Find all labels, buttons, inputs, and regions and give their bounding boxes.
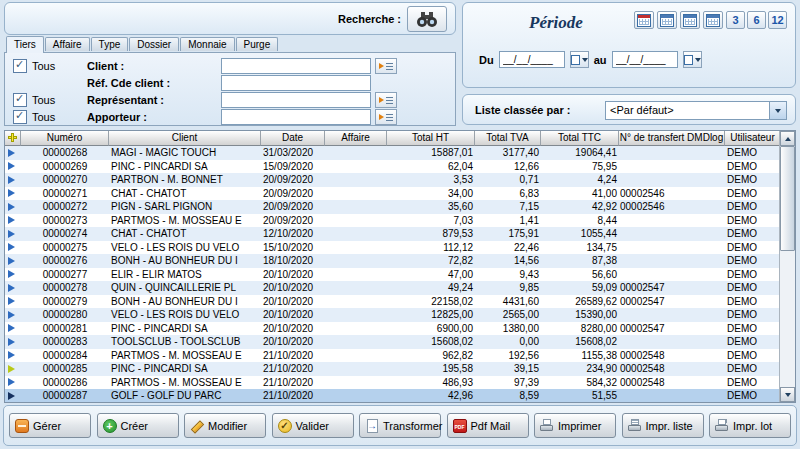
table-body: 00000268 MAGI - MAGIC TOUCH 31/03/2020 1…: [5, 146, 781, 402]
table-row[interactable]: 00000286 PARTMOS - M. MOSSEAU E 21/10/20…: [5, 376, 781, 390]
scroll-down-button[interactable]: [780, 387, 795, 402]
tous-label: Tous: [32, 94, 55, 106]
period-months-6[interactable]: 6: [747, 11, 766, 29]
numero-cell: 00000284: [21, 349, 109, 363]
arrow-blue-icon: [8, 311, 15, 319]
period-calendar-button[interactable]: [657, 11, 677, 29]
client-cell: PINC - PINCARDI SA: [109, 362, 261, 376]
period-calendar-button[interactable]: [680, 11, 700, 29]
sort-combobox[interactable]: <Par défaut>: [605, 101, 787, 120]
table-row[interactable]: 00000280 VELO - LES ROIS DU VELO 20/10/2…: [5, 308, 781, 322]
scroll-up-button[interactable]: [780, 131, 795, 146]
table-row[interactable]: 00000285 PINC - PINCARDI SA 21/10/2020 1…: [5, 362, 781, 376]
total-ht-cell: 12825,00: [387, 308, 475, 322]
table-row[interactable]: 00000277 ELIR - ELIR MATOS 20/10/2020 47…: [5, 268, 781, 282]
table-row[interactable]: 00000276 BONH - AU BONHEUR DU I 18/10/20…: [5, 254, 781, 268]
plus-icon: [8, 133, 17, 142]
tous-checkbox[interactable]: [13, 93, 27, 107]
pick-list-button[interactable]: [375, 92, 397, 108]
filter-input[interactable]: [221, 58, 371, 74]
button-impr-lot[interactable]: Impr. lot: [709, 413, 791, 438]
button-creer[interactable]: Créer: [97, 413, 179, 438]
tab-affaire[interactable]: Affaire: [45, 37, 90, 51]
printer-lot-icon: [715, 419, 729, 433]
button-imprimer[interactable]: Imprimer: [534, 413, 616, 438]
client-cell: QUIN - QUINCAILLERIE PL: [109, 281, 261, 295]
tab-dossier[interactable]: Dossier: [129, 37, 179, 51]
button-gerer[interactable]: Gérer: [9, 413, 91, 438]
button-modifier[interactable]: Modifier: [184, 413, 266, 438]
date-from-calendar-button[interactable]: [570, 51, 589, 68]
period-calendar-button[interactable]: [634, 11, 654, 29]
period-months-3[interactable]: 3: [726, 11, 745, 29]
header-numero[interactable]: Numéro: [21, 131, 109, 146]
numero-cell: 00000277: [21, 268, 109, 282]
button-impr-liste[interactable]: Impr. liste: [622, 413, 704, 438]
transfert-cell: [619, 254, 725, 268]
table-row[interactable]: 00000274 CHAT - CHATOT 12/10/2020 879,53…: [5, 227, 781, 241]
date-to-calendar-button[interactable]: [683, 51, 702, 68]
table-row[interactable]: 00000269 PINC - PINCARDI SA 15/09/2020 6…: [5, 160, 781, 174]
header-date[interactable]: Date: [261, 131, 325, 146]
table-row[interactable]: 00000275 VELO - LES ROIS DU VELO 15/10/2…: [5, 241, 781, 255]
arrow-blue-icon: [8, 203, 15, 211]
header-transfert[interactable]: N° de transfert DMDlog: [619, 131, 725, 146]
header-total-tva[interactable]: Total TVA: [475, 131, 541, 146]
pencil-icon: [190, 419, 204, 433]
tab-type[interactable]: Type: [91, 37, 129, 51]
binoculars-icon: [415, 11, 439, 28]
header-total-ht[interactable]: Total HT: [387, 131, 475, 146]
header-client[interactable]: Client: [109, 131, 261, 146]
tab-purge[interactable]: Purge: [236, 37, 279, 51]
button-valider[interactable]: Valider: [272, 413, 354, 438]
tous-checkbox[interactable]: [13, 59, 27, 73]
table-row[interactable]: 00000271 CHAT - CHATOT 20/09/2020 34,00 …: [5, 187, 781, 201]
filter-input[interactable]: [221, 92, 371, 108]
total-tva-cell: 1,41: [475, 214, 541, 228]
table-row[interactable]: 00000283 TOOLSCLUB - TOOLSCLUB 20/10/202…: [5, 335, 781, 349]
tous-checkbox[interactable]: [13, 110, 27, 124]
filter-input[interactable]: [221, 109, 371, 125]
search-button[interactable]: [407, 6, 447, 32]
transfert-cell: [619, 268, 725, 282]
total-tva-cell: 4431,60: [475, 295, 541, 309]
affaire-cell: [325, 227, 387, 241]
table-row[interactable]: 00000278 QUIN - QUINCAILLERIE PL 20/10/2…: [5, 281, 781, 295]
period-calendar-button[interactable]: [703, 11, 723, 29]
scroll-thumb[interactable]: [780, 146, 795, 251]
date-from-input[interactable]: [499, 51, 565, 68]
table-row[interactable]: 00000281 PINC - PINCARDI SA 20/10/2020 6…: [5, 322, 781, 336]
table-row[interactable]: 00000273 PARTMOS - M. MOSSEAU E 20/09/20…: [5, 214, 781, 228]
tab-tiers[interactable]: Tiers: [6, 36, 44, 53]
date-to-input[interactable]: [612, 51, 678, 68]
utilisateur-cell: DEMO: [725, 146, 781, 160]
affaire-cell: [325, 362, 387, 376]
tab-monnaie[interactable]: Monnaie: [180, 37, 234, 51]
transfert-cell: [619, 214, 725, 228]
table-row[interactable]: 00000284 PARTMOS - M. MOSSEAU E 21/10/20…: [5, 349, 781, 363]
period-months-12[interactable]: 12: [768, 11, 787, 29]
affaire-cell: [325, 335, 387, 349]
button-transformer[interactable]: Transformer: [359, 413, 441, 438]
total-ttc-cell: 59,09: [541, 281, 619, 295]
header-utilisateur[interactable]: Utilisateur: [725, 131, 781, 146]
table-row[interactable]: 00000270 PARTBON - M. BONNET 20/09/2020 …: [5, 173, 781, 187]
button-pdf-mail[interactable]: Pdf Mail: [447, 413, 529, 438]
pick-list-button[interactable]: [375, 58, 397, 74]
filter-input[interactable]: [221, 75, 371, 91]
period-title: Période: [529, 13, 583, 33]
pick-list-button[interactable]: [375, 109, 397, 125]
combo-dropdown-button[interactable]: [769, 102, 786, 119]
table-row[interactable]: 00000268 MAGI - MAGIC TOUCH 31/03/2020 1…: [5, 146, 781, 160]
date-cell: 15/10/2020: [261, 241, 325, 255]
header-affaire[interactable]: Affaire: [325, 131, 387, 146]
table-row[interactable]: 00000272 PIGN - SARL PIGNON 20/09/2020 3…: [5, 200, 781, 214]
date-cell: 20/10/2020: [261, 281, 325, 295]
total-ht-cell: 6900,00: [387, 322, 475, 336]
table-row[interactable]: 00000279 BONH - AU BONHEUR DU I 20/10/20…: [5, 295, 781, 309]
table-row[interactable]: 00000287 GOLF - GOLF DU PARC 21/10/2020 …: [5, 389, 781, 403]
vertical-scrollbar[interactable]: [779, 131, 795, 402]
add-column-header[interactable]: [5, 131, 21, 146]
header-total-ttc[interactable]: Total TTC: [541, 131, 619, 146]
calendar-icon: [684, 55, 693, 65]
